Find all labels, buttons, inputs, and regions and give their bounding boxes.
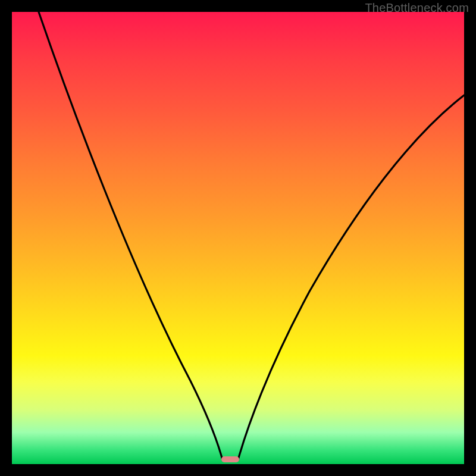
plot-area xyxy=(12,12,464,464)
curve-left-branch xyxy=(39,12,223,460)
watermark-label: TheBottleneck.com xyxy=(365,1,469,15)
curve-right-branch xyxy=(238,95,464,460)
bottleneck-marker xyxy=(221,456,239,462)
bottleneck-curve xyxy=(12,12,464,464)
chart-frame: TheBottleneck.com xyxy=(0,0,476,476)
